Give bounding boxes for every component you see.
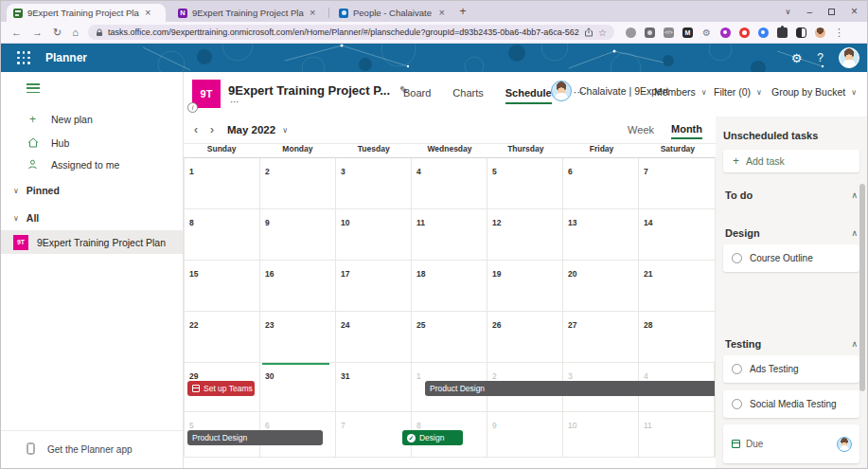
month-view-button[interactable]: Month: [671, 123, 702, 137]
sidebar-item-hub[interactable]: Hub: [1, 132, 183, 153]
calendar-day-cell[interactable]: 30: [260, 363, 336, 412]
calendar-day-cell[interactable]: 13: [563, 209, 639, 261]
waffle-menu-icon[interactable]: [17, 51, 30, 64]
calendar-day-cell[interactable]: 23: [260, 312, 336, 363]
prev-month-icon[interactable]: ‹: [191, 123, 201, 136]
tab-close-icon[interactable]: ×: [145, 8, 151, 18]
event-set-up-teams[interactable]: Set up Teams: [187, 381, 255, 396]
refresh-icon[interactable]: ↻: [53, 27, 62, 39]
calendar-day-cell[interactable]: 26: [487, 312, 563, 363]
calendar-day-cell[interactable]: 3: [336, 158, 412, 209]
window-chevron-icon[interactable]: ∨: [786, 8, 791, 16]
plan-owner[interactable]: Chalaivate | 9Expert: [551, 81, 668, 101]
app-name[interactable]: Planner: [45, 51, 87, 64]
hamburger-menu-icon[interactable]: [27, 83, 40, 96]
get-planner-app-link[interactable]: Get the Planner app: [1, 430, 183, 457]
calendar-day-cell[interactable]: 12: [487, 209, 563, 261]
tab-close-icon[interactable]: ×: [439, 8, 445, 18]
calendar-day-cell[interactable]: 9: [260, 209, 336, 261]
task-card-course-outline[interactable]: Course Outline: [723, 244, 859, 272]
calendar-day-cell[interactable]: 15: [185, 261, 260, 312]
week-view-button[interactable]: Week: [628, 124, 654, 135]
red-ring-extension-icon[interactable]: [739, 27, 750, 38]
browser-tab-onenote[interactable]: N 9Expert Training Project Plan Not ×: [171, 4, 325, 22]
account-avatar[interactable]: [839, 47, 859, 68]
calendar-day-cell[interactable]: 1: [185, 158, 260, 209]
calendar-day-cell[interactable]: 20: [563, 261, 639, 312]
share-icon[interactable]: [584, 27, 593, 37]
browser-tab-people[interactable]: People - Chalaivate | 9Expert - O ×: [332, 4, 452, 22]
calendar-day-cell[interactable]: 7: [639, 158, 715, 209]
browser-menu-icon[interactable]: ⋮: [834, 27, 844, 39]
complete-radio-icon[interactable]: [732, 364, 742, 374]
calendar-day-cell[interactable]: 10: [563, 412, 639, 458]
window-minimize-button[interactable]: –: [806, 7, 812, 17]
calendar-day-cell[interactable]: 17: [336, 261, 412, 312]
back-icon[interactable]: ←: [11, 27, 22, 38]
calendar-day-cell[interactable]: 2: [260, 158, 336, 209]
panel-scrollbar[interactable]: [859, 184, 865, 391]
tab-close-icon[interactable]: ×: [310, 8, 315, 18]
m-extension-icon[interactable]: M: [682, 27, 693, 38]
extension-icon[interactable]: [626, 27, 636, 38]
chevron-up-icon[interactable]: ∧: [851, 228, 859, 238]
forward-icon[interactable]: →: [32, 27, 43, 38]
calendar-day-cell[interactable]: 11: [639, 412, 715, 458]
next-month-icon[interactable]: ›: [207, 123, 217, 136]
calendar-day-cell[interactable]: 24: [336, 312, 412, 363]
event-design-completed[interactable]: ✓ Design: [402, 430, 463, 445]
calendar-day-cell[interactable]: 22: [185, 312, 260, 363]
extensions-puzzle-icon[interactable]: [777, 27, 788, 38]
calendar-day-cell[interactable]: 8: [185, 209, 260, 261]
plan-title-overflow-icon[interactable]: ⋯: [230, 97, 240, 107]
chevron-down-icon[interactable]: ∨: [282, 126, 288, 135]
darkmode-extension-icon[interactable]: [796, 27, 806, 38]
calendar-day-cell[interactable]: 7: [336, 412, 412, 458]
bucket-header-todo[interactable]: To do ∧: [723, 186, 859, 205]
tab-charts[interactable]: Charts: [452, 87, 483, 102]
bucket-header-design[interactable]: Design ∧: [723, 224, 859, 243]
help-icon[interactable]: ?: [817, 51, 824, 64]
task-card-due[interactable]: Due: [723, 424, 859, 463]
tab-schedule[interactable]: Schedule: [505, 87, 552, 102]
browser-profile-avatar[interactable]: [815, 27, 825, 38]
complete-radio-icon[interactable]: [732, 399, 742, 409]
settings-extension-icon[interactable]: ⚙: [701, 27, 712, 38]
new-tab-button[interactable]: +: [455, 4, 470, 19]
tab-board[interactable]: Board: [403, 87, 431, 102]
group-by-menu[interactable]: Group by Bucket ∨: [771, 86, 857, 98]
task-card-social-media-testing[interactable]: Social Media Testing: [723, 390, 859, 418]
camera-extension-icon[interactable]: [645, 27, 655, 38]
bookmark-star-icon[interactable]: ☆: [598, 27, 607, 38]
calendar-day-cell[interactable]: 31: [336, 363, 412, 412]
address-bar[interactable]: tasks.office.com/9experttraining.onmicro…: [88, 25, 614, 40]
calendar-day-cell[interactable]: 19: [487, 261, 563, 312]
sidebar-group-pinned[interactable]: ∨ Pinned: [1, 178, 183, 203]
calendar-day-cell[interactable]: 5: [487, 158, 563, 209]
calendar-day-cell[interactable]: 25: [412, 312, 487, 363]
bucket-header-testing[interactable]: Testing ∧: [723, 334, 859, 353]
calendar-day-cell[interactable]: 11: [412, 209, 487, 261]
calendar-day-cell[interactable]: 16: [260, 261, 336, 312]
calendar-day-cell[interactable]: 14: [639, 209, 715, 261]
home-icon[interactable]: ⌂: [72, 27, 79, 38]
event-product-design-continued[interactable]: Product Design: [187, 430, 323, 445]
chevron-up-icon[interactable]: ∧: [851, 190, 859, 200]
calendar-day-cell[interactable]: 27: [563, 312, 639, 363]
calendar-day-cell[interactable]: 10: [336, 209, 412, 261]
chevron-up-icon[interactable]: ∧: [851, 339, 859, 349]
month-label[interactable]: May 2022: [227, 124, 275, 135]
settings-gear-icon[interactable]: ⚙: [791, 51, 803, 65]
window-maximize-button[interactable]: [828, 9, 835, 15]
sidebar-group-all[interactable]: ∨ All: [1, 206, 183, 230]
sidebar-item-assigned-to-me[interactable]: Assigned to me: [1, 153, 183, 175]
calendar-day-cell[interactable]: 4: [412, 158, 487, 209]
members-menu[interactable]: Members ∨: [654, 86, 707, 98]
info-icon[interactable]: i: [187, 102, 198, 113]
calendar-day-cell[interactable]: 6: [563, 158, 639, 209]
browser-tab-planner[interactable]: 9Expert Training Project Plan - Pl ×: [7, 4, 166, 22]
event-product-design[interactable]: Product Design: [425, 381, 715, 396]
calendar-day-cell[interactable]: 28: [639, 312, 715, 363]
code-extension-icon[interactable]: </>: [664, 27, 674, 38]
window-close-button[interactable]: ×: [851, 5, 858, 18]
